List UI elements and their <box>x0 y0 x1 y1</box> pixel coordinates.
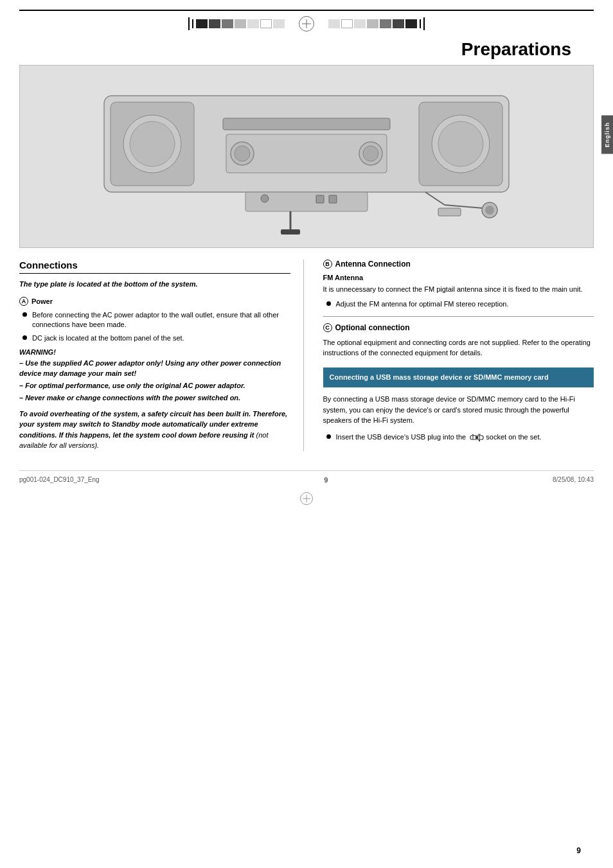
footer-date: 8/25/08, 10:43 <box>553 476 594 483</box>
center-crosshair <box>299 16 314 31</box>
warning-line-3: – Never make or change connections with … <box>19 393 290 403</box>
connections-title: Connections <box>19 260 290 274</box>
bullet-dot-2 <box>22 335 27 340</box>
usb-icon <box>470 433 484 442</box>
svg-point-3 <box>130 121 175 166</box>
usb-highlight-box: Connecting a USB mass storage device or … <box>323 368 594 387</box>
power-bullet-1: Before connecting the AC power adaptor t… <box>19 310 290 330</box>
warning-title: WARNING! <box>19 348 290 356</box>
top-strip <box>19 10 594 31</box>
footer-file-info: pg001-024_DC910_37_Eng <box>19 476 100 483</box>
page-title: Preparations <box>0 31 613 65</box>
svg-line-18 <box>445 205 483 208</box>
device-svg: PHILIPS <box>66 70 547 244</box>
svg-point-10 <box>363 146 378 161</box>
svg-point-13 <box>438 121 483 166</box>
fm-bullet: Adjust the FM antenna for optimal FM ste… <box>323 299 594 309</box>
optional-desc: The optional equipment and connecting co… <box>323 337 594 359</box>
bottom-strip: pg001-024_DC910_37_Eng 9 8/25/08, 10:43 <box>19 470 594 489</box>
circle-c: C <box>323 323 332 332</box>
svg-point-22 <box>261 195 269 202</box>
connections-subtitle: The type plate is located at the bottom … <box>19 280 290 288</box>
fm-antenna-title: FM Antenna <box>323 274 594 281</box>
usb-bullet: Insert the USB device's USB plug into th… <box>323 432 594 442</box>
language-tab: English <box>601 116 613 154</box>
circle-b: B <box>323 260 332 269</box>
svg-point-8 <box>235 146 250 161</box>
bottom-crosshair-container <box>0 492 613 505</box>
content-columns: Connections The type plate is located at… <box>19 260 594 451</box>
circle-a: A <box>19 297 28 306</box>
svg-rect-16 <box>281 229 300 235</box>
divider-1 <box>323 316 594 317</box>
footer-page-num: 9 <box>324 476 328 484</box>
bottom-crosshair <box>300 492 313 505</box>
page-number-display: 9 <box>576 846 581 855</box>
fm-desc: It is unnecessary to connect the FM pigt… <box>323 285 594 294</box>
svg-rect-23 <box>316 195 324 203</box>
svg-rect-29 <box>475 436 478 439</box>
svg-point-20 <box>485 206 494 215</box>
warning-line-2: – For optimal performance, use only the … <box>19 381 290 391</box>
bullet-dot <box>22 312 27 317</box>
svg-rect-4 <box>223 118 390 130</box>
svg-rect-32 <box>479 440 480 441</box>
svg-rect-24 <box>329 195 337 203</box>
strip-end-left <box>188 17 190 30</box>
left-column: Connections The type plate is located at… <box>19 260 304 451</box>
antenna-section-header: B Antenna Connection <box>323 260 594 269</box>
svg-line-17 <box>425 192 445 205</box>
power-subsection-header: A Power <box>19 297 290 306</box>
optional-section-header: C Optional connection <box>323 323 594 332</box>
svg-rect-21 <box>438 208 461 216</box>
right-column: B Antenna Connection FM Antenna It is un… <box>320 260 594 451</box>
usb-desc: By connecting a USB mass storage device … <box>323 394 594 426</box>
device-illustration: PHILIPS <box>19 65 594 248</box>
warning-line-1: – Use the supplied AC power adaptor only… <box>19 359 290 378</box>
safety-note: To avoid overheating of the system, a sa… <box>19 409 290 451</box>
warning-block: WARNING! – Use the supplied AC power ada… <box>19 348 290 403</box>
power-bullet-2: DC jack is located at the bottom panel o… <box>19 333 290 343</box>
